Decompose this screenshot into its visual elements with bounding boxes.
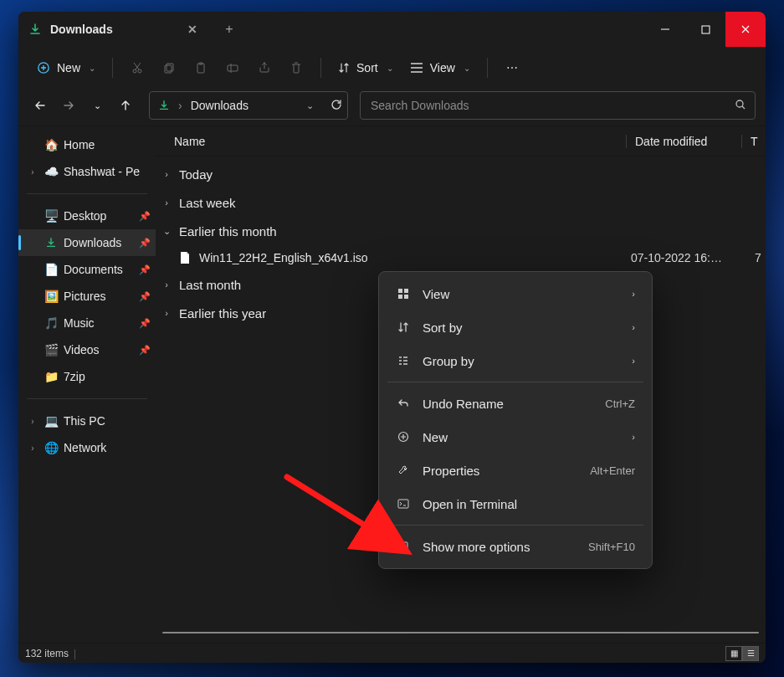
recent-locations-button[interactable]: ⌄	[85, 94, 109, 117]
svg-rect-14	[404, 295, 408, 299]
pictures-icon: 🖼️	[44, 290, 59, 303]
context-sort-by[interactable]: Sort by ›	[384, 310, 647, 344]
chevron-right-icon: ›	[632, 322, 635, 332]
back-button[interactable]	[28, 94, 52, 117]
network-icon: 🌐	[44, 441, 59, 454]
pin-icon: 📌	[139, 345, 151, 356]
sort-icon	[396, 321, 411, 333]
search-input[interactable]	[369, 98, 735, 113]
pin-icon: 📌	[139, 238, 151, 249]
delete-button[interactable]	[280, 54, 312, 82]
terminal-icon	[396, 498, 411, 510]
group-last-week[interactable]: ›Last week	[156, 188, 766, 217]
thumbnails-view-button[interactable]: ▦	[725, 646, 742, 661]
toolbar: New ⌄ Sort ⌄ View ⌄	[18, 47, 766, 89]
sidebar-item-pictures[interactable]: 🖼️ Pictures 📌	[18, 283, 156, 310]
column-type[interactable]: T	[741, 135, 758, 148]
sidebar-item-documents[interactable]: 📄 Documents 📌	[18, 256, 156, 283]
sidebar-separator	[27, 193, 147, 194]
column-name[interactable]: Name	[174, 135, 626, 148]
sidebar-item-downloads[interactable]: Downloads 📌	[18, 229, 156, 256]
chevron-down-icon: ⌄	[161, 226, 172, 237]
desktop-icon: 🖥️	[44, 209, 59, 223]
file-row[interactable]: Win11_22H2_English_x64v1.iso 07-10-2022 …	[156, 245, 766, 270]
new-tab-button[interactable]: +	[213, 12, 246, 47]
download-icon	[158, 100, 170, 111]
minimize-button[interactable]	[645, 12, 685, 47]
view-mode-toggle: ▦ ☰	[725, 646, 759, 661]
sidebar-item-thispc[interactable]: ›💻 This PC	[18, 408, 156, 434]
context-view[interactable]: View ›	[384, 277, 647, 310]
context-group-by[interactable]: Group by ›	[384, 344, 647, 377]
chevron-right-icon: ›	[161, 197, 172, 208]
group-today[interactable]: ›Today	[156, 160, 766, 188]
sidebar-item-videos[interactable]: 🎬 Videos 📌	[18, 336, 156, 363]
chevron-right-icon: ›	[161, 308, 172, 318]
svg-rect-9	[228, 65, 238, 71]
wrench-icon	[396, 464, 411, 476]
svg-rect-16	[398, 500, 408, 508]
toolbar-separator	[320, 58, 321, 78]
sidebar-item-onedrive[interactable]: ›☁️ Shashwat - Pe	[18, 158, 156, 185]
toolbar-separator	[487, 58, 488, 78]
sidebar-item-label: This PC	[64, 414, 151, 428]
view-button[interactable]: View ⌄	[402, 54, 479, 82]
videos-icon: 🎬	[44, 343, 59, 356]
breadcrumb-downloads[interactable]: Downloads	[191, 99, 249, 112]
context-open-terminal[interactable]: Open in Terminal	[384, 487, 647, 521]
context-label: Open in Terminal	[423, 497, 635, 511]
up-button[interactable]	[114, 94, 137, 117]
context-show-more-options[interactable]: Show more options Shift+F10	[384, 530, 647, 563]
details-view-button[interactable]: ☰	[742, 646, 759, 661]
sidebar-item-label: Documents	[64, 263, 134, 276]
address-bar[interactable]: › Downloads ⌄	[149, 91, 348, 120]
search-bar[interactable]	[360, 91, 756, 120]
context-label: View	[423, 287, 620, 301]
close-button[interactable]	[725, 12, 766, 47]
chevron-right-icon: ›	[632, 356, 635, 366]
sidebar-item-label: Videos	[64, 343, 134, 356]
refresh-button[interactable]	[331, 99, 342, 113]
titlebar-drag-area[interactable]	[246, 12, 645, 47]
status-bar: 132 items | ▦ ☰	[18, 643, 766, 663]
sidebar-item-7zip[interactable]: 📁 7zip	[18, 363, 156, 390]
horizontal-scrollbar[interactable]	[162, 632, 759, 633]
group-icon	[396, 355, 411, 367]
sidebar-item-home[interactable]: 🏠 Home	[18, 131, 156, 158]
forward-button[interactable]	[57, 94, 80, 117]
grid-icon	[396, 288, 411, 300]
pin-icon: 📌	[139, 291, 151, 302]
more-options-button[interactable]: ⋯	[496, 54, 528, 82]
tab-downloads[interactable]: Downloads ✕	[18, 12, 213, 47]
copy-button[interactable]	[153, 54, 185, 82]
tab-label: Downloads	[50, 23, 113, 36]
plus-circle-icon	[396, 431, 411, 443]
sort-button[interactable]: Sort ⌄	[330, 54, 402, 82]
pc-icon: 💻	[44, 414, 59, 428]
context-menu: View › Sort by › Group by › Undo Rename …	[378, 271, 653, 569]
chevron-right-icon: ›	[161, 280, 172, 290]
new-button[interactable]: New ⌄	[28, 54, 104, 82]
context-label: Show more options	[423, 540, 576, 554]
share-button[interactable]	[249, 54, 280, 82]
pin-icon: 📌	[139, 318, 151, 329]
sidebar-item-network[interactable]: ›🌐 Network	[18, 434, 156, 461]
svg-rect-13	[398, 295, 402, 299]
tab-close-button[interactable]: ✕	[182, 19, 202, 39]
context-shortcut: Shift+F10	[588, 541, 635, 553]
paste-button[interactable]	[185, 54, 217, 82]
context-properties[interactable]: Properties Alt+Enter	[384, 454, 647, 487]
address-dropdown-button[interactable]: ⌄	[306, 100, 314, 111]
sidebar-item-desktop[interactable]: 🖥️ Desktop 📌	[18, 203, 156, 229]
context-undo-rename[interactable]: Undo Rename Ctrl+Z	[384, 387, 647, 420]
sidebar-item-music[interactable]: 🎵 Music 📌	[18, 310, 156, 336]
column-date-modified[interactable]: Date modified	[626, 135, 741, 148]
group-earlier-this-month[interactable]: ⌄Earlier this month	[156, 217, 766, 245]
context-new[interactable]: New ›	[384, 420, 647, 454]
cut-button[interactable]	[121, 54, 153, 82]
chevron-right-icon: ›	[632, 289, 635, 299]
maximize-button[interactable]	[685, 12, 725, 47]
context-separator	[387, 382, 643, 382]
rename-button[interactable]	[217, 54, 249, 82]
sort-label: Sort	[356, 61, 378, 74]
